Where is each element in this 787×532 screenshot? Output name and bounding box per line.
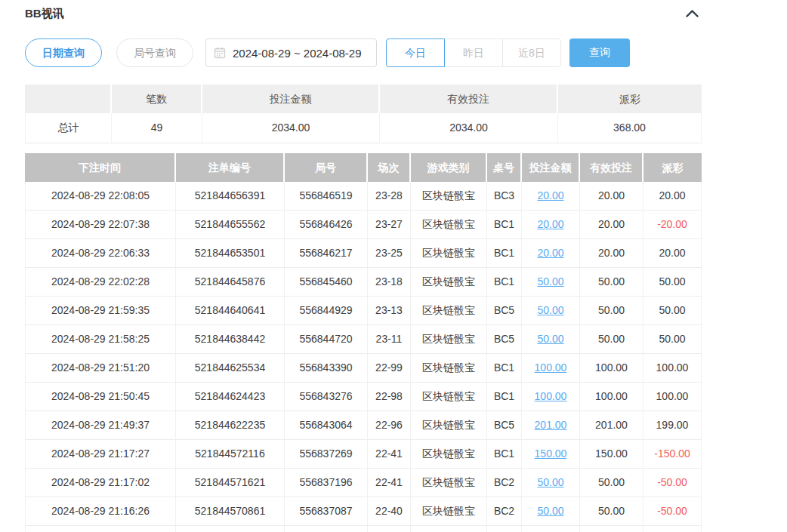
table-row: 2024-08-29 22:08:05 521844656391 5568465… <box>25 182 702 211</box>
bet-amount-link[interactable]: 50.00 <box>537 304 563 316</box>
valid-bet-cell: 50.00 <box>580 268 643 297</box>
session-cell: 22-98 <box>368 383 411 411</box>
payout-cell: 100.00 <box>643 383 702 411</box>
game-type-cell: 区块链骰宝 <box>411 239 487 268</box>
table-row: 2024-08-29 21:17:27 521844572116 5568372… <box>25 440 702 469</box>
session-cell: 23-18 <box>368 268 411 297</box>
round-number-cell: 556843276 <box>285 383 368 411</box>
bet-amount-link[interactable]: 20.00 <box>537 189 563 201</box>
summary-table: 笔数 投注金额 有效投注 派彩 总计 49 2034.00 2034.00 36… <box>25 85 702 143</box>
bet-time-cell: 2024-08-29 21:49:37 <box>25 411 176 440</box>
session-cell: 22-41 <box>368 440 411 469</box>
payout-cell: -50.00 <box>643 497 702 526</box>
query-button[interactable]: 查询 <box>569 38 630 67</box>
game-type-cell: 区块链骰宝 <box>411 297 487 325</box>
payout-cell: 50.00 <box>643 297 702 325</box>
bet-amount-link[interactable]: 201.00 <box>535 419 567 431</box>
header-round-number: 局号 <box>285 153 368 182</box>
order-number-cell: 521844571621 <box>176 469 285 497</box>
bet-amount-link[interactable]: 50.00 <box>537 476 563 488</box>
session-cell: 22-99 <box>368 354 411 383</box>
payout-cell: 20.00 <box>643 239 702 268</box>
table-number-cell: BC5 <box>487 411 522 440</box>
bet-amount-link[interactable]: 50.00 <box>537 505 563 517</box>
bet-amount-link[interactable]: 50.00 <box>537 333 563 345</box>
quick-date-button-group: 今日 昨日 近8日 <box>386 38 561 67</box>
bb-video-panel: BB视讯 日期查询 局号查询 <box>25 0 702 532</box>
order-number-cell: 521844653501 <box>176 239 285 268</box>
table-row: 2024-08-29 21:59:35 521844640641 5568449… <box>25 297 702 325</box>
game-type-cell: 区块链骰宝 <box>411 211 487 239</box>
bet-time-cell: 2024-08-29 21:16:26 <box>25 497 176 526</box>
round-number-cell: 556837269 <box>285 440 368 469</box>
date-range-value: 2024-08-29 ~ 2024-08-29 <box>233 47 362 60</box>
table-number-cell: BC1 <box>487 383 522 411</box>
collapse-panel-button[interactable] <box>684 7 700 20</box>
filter-toolbar: 日期查询 局号查询 2024-08-29 ~ 2024-08-29 今日 <box>25 38 702 67</box>
payout-cell: -150.00 <box>643 440 702 469</box>
round-number-cell: 556846426 <box>285 211 368 239</box>
table-number-cell: BC2 <box>487 497 522 526</box>
payout-cell: 20.00 <box>643 182 702 211</box>
order-number-cell: 521844656391 <box>176 182 285 211</box>
valid-bet-cell: 150.00 <box>580 440 643 469</box>
game-type-cell: 区块链骰宝 <box>411 497 487 526</box>
bet-amount-link[interactable]: 50.00 <box>537 275 563 288</box>
payout-cell: 100.00 <box>643 354 702 383</box>
panel-title-bar: BB视讯 <box>25 6 702 21</box>
bet-amount-cell: 50.00 <box>522 268 580 297</box>
bet-amount-cell: 50.00 <box>522 325 580 354</box>
last-8-days-button[interactable]: 近8日 <box>502 38 561 67</box>
valid-bet-cell: 201.00 <box>580 411 643 440</box>
bet-amount-link[interactable]: 20.00 <box>537 247 563 259</box>
table-number-cell: BC5 <box>487 297 522 325</box>
header-order-number: 注单编号 <box>176 153 285 182</box>
bet-amount-link[interactable]: 100.00 <box>535 390 567 402</box>
valid-bet-cell: 100.00 <box>580 354 643 383</box>
table-number-cell: BC1 <box>487 211 522 239</box>
session-cell: 22-96 <box>368 411 411 440</box>
bet-time-cell: 2024-08-29 21:17:02 <box>25 469 176 497</box>
bet-amount-cell: 50.00 <box>522 469 580 497</box>
order-number-cell: 521844570861 <box>176 497 285 526</box>
table-row-partial <box>25 526 702 532</box>
header-table-number: 桌号 <box>487 153 522 182</box>
bet-time-cell: 2024-08-29 22:06:33 <box>25 239 176 268</box>
round-query-tab[interactable]: 局号查询 <box>116 38 193 67</box>
order-number-cell: 521844624423 <box>176 383 285 411</box>
round-number-cell: 556844720 <box>285 325 368 354</box>
valid-bet-cell: 50.00 <box>580 325 643 354</box>
bet-amount-cell: 100.00 <box>522 354 580 383</box>
summary-total-payout: 368.00 <box>558 113 702 143</box>
bet-amount-link[interactable]: 100.00 <box>535 361 567 374</box>
bet-amount-cell: 100.00 <box>522 383 580 411</box>
table-header-row: 下注时间 注单编号 局号 场次 游戏类别 桌号 投注金额 有效投注 派彩 <box>25 153 702 182</box>
round-number-cell: 556843064 <box>285 411 368 440</box>
date-range-picker[interactable]: 2024-08-29 ~ 2024-08-29 <box>205 38 377 67</box>
bet-amount-link[interactable]: 20.00 <box>537 218 563 230</box>
bet-amount-link[interactable]: 150.00 <box>535 447 567 460</box>
bet-time-cell: 2024-08-29 21:51:20 <box>25 354 176 383</box>
date-query-tab[interactable]: 日期查询 <box>25 38 102 67</box>
payout-cell: 50.00 <box>643 325 702 354</box>
summary-header-row: 笔数 投注金额 有效投注 派彩 <box>25 85 702 113</box>
payout-cell: -20.00 <box>643 211 702 239</box>
header-bet-amount: 投注金额 <box>522 153 580 182</box>
header-payout: 派彩 <box>643 153 702 182</box>
valid-bet-cell: 20.00 <box>580 211 643 239</box>
summary-header-empty <box>25 85 112 113</box>
today-button[interactable]: 今日 <box>386 38 445 67</box>
table-row: 2024-08-29 21:50:45 521844624423 5568432… <box>25 383 702 411</box>
session-cell: 23-25 <box>368 239 411 268</box>
table-row: 2024-08-29 21:58:25 521844638442 5568447… <box>25 325 702 354</box>
summary-total-count: 49 <box>112 113 202 143</box>
round-number-cell: 556843390 <box>285 354 368 383</box>
game-type-cell: 区块链骰宝 <box>411 411 487 440</box>
table-row: 2024-08-29 21:17:02 521844571621 5568371… <box>25 469 702 497</box>
game-type-cell: 区块链骰宝 <box>411 182 487 211</box>
order-number-cell: 521844625534 <box>176 354 285 383</box>
yesterday-button[interactable]: 昨日 <box>444 38 503 67</box>
header-session: 场次 <box>368 153 411 182</box>
summary-header-payout: 派彩 <box>558 85 702 113</box>
game-type-cell: 区块链骰宝 <box>411 325 487 354</box>
